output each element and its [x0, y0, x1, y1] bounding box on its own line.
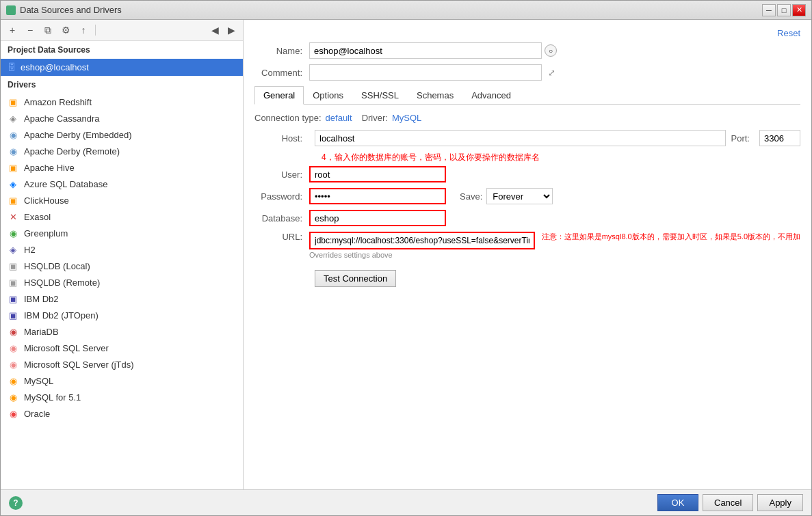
driver-item-greenplum[interactable]: ◉ Greenplum — [1, 225, 243, 241]
annotation-1: 4，输入你的数据库的账号，密码，以及你要操作的数据库名 — [322, 152, 540, 163]
database-input[interactable] — [309, 210, 446, 226]
driver-label-ibm-db2: IBM Db2 — [24, 294, 59, 304]
cancel-button[interactable]: Cancel — [703, 494, 753, 511]
database-label: Database: — [254, 213, 309, 223]
host-input[interactable] — [315, 130, 726, 146]
driver-item-hsqldb-remote[interactable]: ▣ HSQLDB (Remote) — [1, 274, 243, 290]
connection-type-row: Connection type: default Driver: MySQL — [254, 113, 800, 123]
driver-icon-mysql: ◉ — [8, 375, 18, 386]
driver-item-exasol[interactable]: ✕ Exasol — [1, 208, 243, 225]
driver-icon-derby-emb: ◉ — [8, 129, 18, 140]
back-button[interactable]: ◀ — [207, 23, 222, 38]
driver-item-apache-derby-remote[interactable]: ◉ Apache Derby (Remote) — [1, 143, 243, 159]
user-input[interactable] — [309, 166, 446, 182]
add-button[interactable]: + — [5, 23, 20, 38]
left-panel: + − ⧉ ⚙ ↑ ◀ ▶ Project Data Sources 🗄 esh… — [1, 20, 244, 489]
password-input[interactable] — [309, 188, 446, 204]
driver-icon-h2: ◈ — [8, 244, 18, 255]
driver-icon-hsqldb-local: ▣ — [8, 260, 18, 271]
driver-item-clickhouse[interactable]: ▣ ClickHouse — [1, 192, 243, 208]
driver-icon-mysql-51: ◉ — [8, 392, 18, 403]
comment-input[interactable] — [309, 64, 542, 81]
driver-icon-oracle: ◉ — [8, 408, 18, 419]
user-label: User: — [254, 169, 309, 180]
tab-schemas[interactable]: Schemas — [408, 86, 462, 104]
tab-options[interactable]: Options — [304, 86, 352, 104]
driver-item-azure-sql[interactable]: ◈ Azure SQL Database — [1, 176, 243, 192]
driver-icon-aws: ▣ — [8, 96, 18, 107]
driver-icon-azure: ◈ — [8, 178, 18, 189]
url-row: URL: Overrides settings above 注意：这里如果是my… — [254, 232, 800, 259]
maximize-button[interactable]: □ — [777, 4, 791, 16]
driver-item-mysql-51[interactable]: ◉ MySQL for 5.1 — [1, 389, 243, 405]
tab-ssh-ssl[interactable]: SSH/SSL — [352, 86, 408, 104]
name-input[interactable] — [309, 42, 542, 59]
port-input[interactable] — [759, 130, 800, 146]
driver-icon-mariadb: ◉ — [8, 326, 18, 337]
nav-arrows: ◀ ▶ — [207, 23, 239, 38]
driver-item-microsoft-sql[interactable]: ◉ Microsoft SQL Server — [1, 340, 243, 356]
project-sources-header: Project Data Sources — [1, 41, 243, 59]
driver-icon-greenplum: ◉ — [8, 228, 18, 239]
minimize-button[interactable]: ─ — [762, 4, 776, 16]
driver-item-apache-derby-embedded[interactable]: ◉ Apache Derby (Embedded) — [1, 126, 243, 143]
app-icon — [6, 5, 16, 15]
password-row: Password: Save: Forever Until restart Ne… — [254, 188, 800, 204]
user-row: User: — [254, 166, 800, 182]
test-connection-button[interactable]: Test Connection — [315, 270, 396, 287]
copy-button[interactable]: ⧉ — [40, 23, 55, 38]
comment-expand-button[interactable]: ⤢ — [545, 66, 558, 79]
driver-label-apache-derby-embedded: Apache Derby (Embedded) — [24, 130, 132, 140]
url-label: URL: — [254, 232, 309, 242]
title-bar-controls: ─ □ ✕ — [762, 4, 806, 16]
remove-button[interactable]: − — [23, 23, 38, 38]
tab-advanced[interactable]: Advanced — [462, 86, 520, 104]
driver-item-h2[interactable]: ◈ H2 — [1, 241, 243, 258]
forward-button[interactable]: ▶ — [224, 23, 239, 38]
database-row: Database: — [254, 210, 800, 226]
driver-label-mysql-51: MySQL for 5.1 — [24, 392, 81, 403]
driver-item-ibm-db2[interactable]: ▣ IBM Db2 — [1, 290, 243, 307]
driver-item-oracle[interactable]: ◉ Oracle — [1, 405, 243, 422]
driver-link[interactable]: MySQL — [392, 113, 421, 123]
driver-item-hsqldb-local[interactable]: ▣ HSQLDB (Local) — [1, 258, 243, 274]
url-input-wrap: Overrides settings above — [309, 232, 535, 259]
driver-item-apache-cassandra[interactable]: ◈ Apache Cassandra — [1, 110, 243, 126]
driver-item-amazon-redshift[interactable]: ▣ Amazon Redshift — [1, 94, 243, 110]
project-item-label: eshop@localhost — [21, 62, 89, 72]
driver-label-mysql: MySQL — [24, 376, 53, 386]
tab-general[interactable]: General — [254, 86, 304, 105]
main-window: Data Sources and Drivers ─ □ ✕ + − ⧉ ⚙ ↑… — [0, 0, 812, 516]
driver-label-ibm-db2-jtopen: IBM Db2 (JTOpen) — [24, 310, 99, 321]
reset-link[interactable]: Reset — [777, 28, 800, 38]
url-input[interactable] — [309, 232, 535, 249]
right-panel: Reset Name: ○ Comment: ⤢ General Options… — [244, 20, 811, 489]
save-select[interactable]: Forever Until restart Never — [486, 188, 553, 204]
driver-item-apache-hive[interactable]: ▣ Apache Hive — [1, 159, 243, 176]
driver-item-mysql[interactable]: ◉ MySQL — [1, 372, 243, 389]
close-button[interactable]: ✕ — [792, 4, 806, 16]
driver-label-clickhouse: ClickHouse — [24, 195, 69, 206]
driver-icon-derby-rem: ◉ — [8, 146, 18, 157]
driver-label-apache-hive: Apache Hive — [24, 163, 75, 173]
apply-button[interactable]: Apply — [757, 494, 803, 511]
title-bar: Data Sources and Drivers ─ □ ✕ — [1, 1, 811, 20]
driver-label-microsoft-sql-jtds: Microsoft SQL Server (jTds) — [24, 359, 134, 370]
driver-label-amazon-redshift: Amazon Redshift — [24, 97, 92, 107]
config-button[interactable]: ⚙ — [58, 23, 73, 38]
bottom-bar: ? OK Cancel Apply — [1, 489, 811, 515]
import-button[interactable]: ↑ — [76, 23, 91, 38]
ok-button[interactable]: OK — [657, 494, 698, 511]
connection-type-link[interactable]: default — [326, 113, 352, 123]
driver-item-microsoft-sql-jtds[interactable]: ◉ Microsoft SQL Server (jTds) — [1, 356, 243, 372]
driver-item-ibm-db2-jtopen[interactable]: ▣ IBM Db2 (JTOpen) — [1, 307, 243, 323]
driver-item-mariadb[interactable]: ◉ MariaDB — [1, 323, 243, 340]
help-icon[interactable]: ? — [9, 496, 23, 510]
driver-label-static: Driver: — [362, 113, 388, 123]
toolbar-separator — [95, 25, 96, 36]
drivers-list: ▣ Amazon Redshift ◈ Apache Cassandra ◉ A… — [1, 94, 243, 422]
name-expand-button[interactable]: ○ — [545, 44, 557, 57]
project-item-eshop[interactable]: 🗄 eshop@localhost — [1, 59, 243, 76]
comment-label: Comment: — [254, 68, 309, 78]
main-content: + − ⧉ ⚙ ↑ ◀ ▶ Project Data Sources 🗄 esh… — [1, 20, 811, 489]
